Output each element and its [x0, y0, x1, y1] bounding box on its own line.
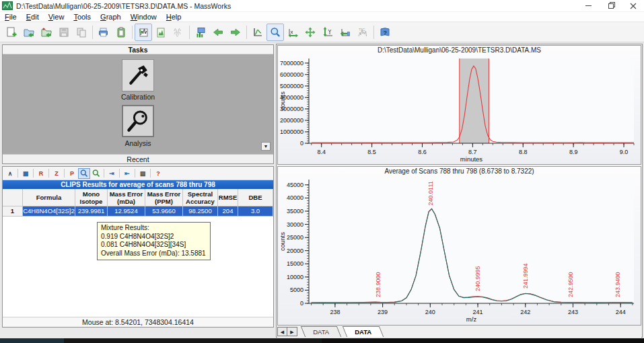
open-data-button[interactable]: [20, 24, 38, 41]
col-header-mass-error-mda: Mass Error (mDa): [108, 189, 145, 206]
calibration-task-button[interactable]: [122, 59, 154, 91]
cell-mono-isotope[interactable]: 239.9981: [75, 206, 108, 216]
copy-button[interactable]: [73, 24, 90, 41]
svg-text:0: 0: [300, 300, 303, 307]
restore-button[interactable]: [600, 0, 622, 12]
save-button[interactable]: [55, 24, 73, 41]
tasks-panel-header: Tasks: [3, 45, 273, 54]
tooltip-line: 0.081 C4H8N4O4[32S][34S]: [101, 241, 206, 250]
spectrum-chart-title: Average of Scans 788 thru 798 (8.6738 to…: [278, 167, 641, 176]
tasks-dropdown-button[interactable]: ▼: [261, 142, 271, 151]
tab-data-2[interactable]: DATA: [343, 326, 384, 337]
svg-text:7000000: 7000000: [280, 60, 303, 67]
col-header-dbe: DBE: [238, 189, 273, 206]
forward-button[interactable]: [227, 24, 244, 41]
tooltip-line: Overall Mass Error (mDa): 13.5881: [101, 250, 206, 258]
results-toolbar-import-results-button[interactable]: ⇤: [121, 168, 133, 179]
calibration-task-label: Calibration: [3, 93, 273, 101]
svg-text:1000000: 1000000: [280, 128, 303, 135]
close-button[interactable]: [622, 0, 644, 12]
results-toolbar-clips-search-button[interactable]: [78, 168, 90, 179]
menu-item-graph[interactable]: Graph: [96, 13, 126, 21]
overlay-spectra-button[interactable]: [170, 24, 187, 41]
svg-text:241: 241: [473, 309, 483, 315]
autoscale-all-button[interactable]: [301, 24, 319, 41]
cell-spectral-accuracy[interactable]: 98.2500: [183, 206, 218, 216]
cell-mass-error-ppm[interactable]: 53.9660: [145, 206, 183, 216]
svg-text:6000000: 6000000: [280, 71, 303, 78]
results-toolbar-table-view-button[interactable]: ▦: [20, 168, 32, 179]
mass-spectrum-pane[interactable]: Average of Scans 788 thru 798 (8.6738 to…: [277, 166, 641, 326]
svg-text:8.5: 8.5: [367, 149, 376, 155]
menu-item-help[interactable]: Help: [162, 13, 186, 21]
autoscale-y-button[interactable]: [319, 24, 336, 41]
svg-text:2000000: 2000000: [280, 117, 303, 124]
svg-text:minutes: minutes: [460, 155, 483, 163]
svg-text:242.9500: 242.9500: [567, 272, 574, 297]
results-toolbar-iz-range-button[interactable]: Z: [50, 168, 63, 179]
report-chart-button[interactable]: [192, 24, 209, 41]
svg-text:15000: 15000: [287, 260, 303, 267]
cell-dbe[interactable]: 3.0: [238, 206, 273, 216]
magnifier-icon: [126, 109, 150, 133]
print-button[interactable]: [95, 24, 112, 41]
svg-text:240.9995: 240.9995: [474, 266, 481, 291]
menu-item-file[interactable]: File: [0, 13, 22, 21]
new-method-button[interactable]: [3, 24, 20, 41]
col-header-mass-error-ppm: Mass Error (PPM): [145, 189, 183, 206]
spectrum-view-button[interactable]: [152, 24, 170, 41]
autoscale-chart-button[interactable]: [249, 24, 266, 41]
cell-rmse[interactable]: 204: [218, 206, 238, 216]
menu-item-edit[interactable]: Edit: [22, 13, 44, 21]
tooltip-line: 0.919 C4H8N4O4[32S]2: [101, 233, 206, 241]
autoscale-x-button[interactable]: [284, 24, 301, 41]
results-toolbar-ri-range-button[interactable]: R: [35, 168, 47, 179]
svg-text:239: 239: [378, 309, 388, 315]
help-icon-glyph: ?: [384, 29, 388, 36]
results-toolbar-sclips-search-button[interactable]: [90, 168, 102, 179]
minimize-button[interactable]: [577, 0, 600, 12]
analysis-task-label: Analysis: [3, 139, 273, 147]
tic-view-button[interactable]: TIC: [354, 24, 371, 41]
open-folder-data-button[interactable]: [38, 24, 55, 41]
results-toolbar-results-help-button[interactable]: ?: [152, 168, 164, 179]
svg-text:240.0111: 240.0111: [427, 181, 434, 205]
tasks-panel-body: Calibration Analysis ▼: [3, 54, 273, 154]
chromatogram-view-button[interactable]: [135, 24, 152, 41]
cell-formula[interactable]: C4H8N4O4[32S]2: [23, 206, 75, 216]
tab-scroll-left-button[interactable]: ◀: [277, 327, 287, 336]
tab-data-1[interactable]: DATA: [301, 326, 341, 337]
svg-text:20000: 20000: [287, 247, 303, 254]
svg-text:8.8: 8.8: [519, 149, 528, 155]
table-row-number[interactable]: 1: [3, 206, 23, 216]
svg-text:counts: counts: [279, 232, 286, 251]
results-toolbar-ip-range-button[interactable]: P: [66, 168, 78, 179]
menu-item-window[interactable]: Window: [126, 13, 162, 21]
paste-button[interactable]: [112, 24, 130, 41]
back-button[interactable]: [209, 24, 227, 41]
app-icon: [2, 1, 13, 10]
results-toolbar-options-list-button[interactable]: ▤: [137, 168, 149, 179]
help-button[interactable]: ?: [376, 24, 394, 41]
tic-chromatogram-chart[interactable]: 0100000020000003000000400000050000006000…: [278, 54, 641, 163]
svg-text:238.9000: 238.9000: [375, 272, 382, 297]
zoom-button[interactable]: [266, 24, 284, 41]
svg-text:243: 243: [568, 309, 578, 315]
tic-chromatogram-pane[interactable]: D:\TestData\Mulligan\06-25-2009\TETSR3.D…: [277, 45, 641, 165]
cell-mass-error-mda[interactable]: 12.9524: [108, 206, 145, 216]
svg-text:25000: 25000: [287, 234, 303, 241]
mass-spectrum-chart[interactable]: 0500010000150002000025000300003500040000…: [278, 176, 641, 323]
svg-text:8.9: 8.9: [569, 149, 578, 155]
menu-item-view[interactable]: View: [44, 13, 69, 21]
col-header-rownum: [3, 189, 23, 206]
previous-zoom-button[interactable]: [336, 24, 354, 41]
status-bar: Mouse at: 8.54201, 7348304.16414: [3, 317, 273, 327]
menu-item-tools[interactable]: Tools: [69, 13, 96, 21]
tab-scroll-right-button[interactable]: ▶: [287, 327, 297, 336]
tic-chart-title: D:\TestData\Mulligan\06-25-2009\TETSR3.D…: [278, 46, 641, 54]
recent-section-header[interactable]: Recent: [3, 154, 273, 163]
results-toolbar-collapse-button[interactable]: ∧: [4, 168, 16, 179]
results-toolbar-export-results-button[interactable]: ⇥: [106, 168, 118, 179]
analysis-task-button[interactable]: [122, 105, 154, 137]
svg-text:5000: 5000: [290, 287, 303, 293]
